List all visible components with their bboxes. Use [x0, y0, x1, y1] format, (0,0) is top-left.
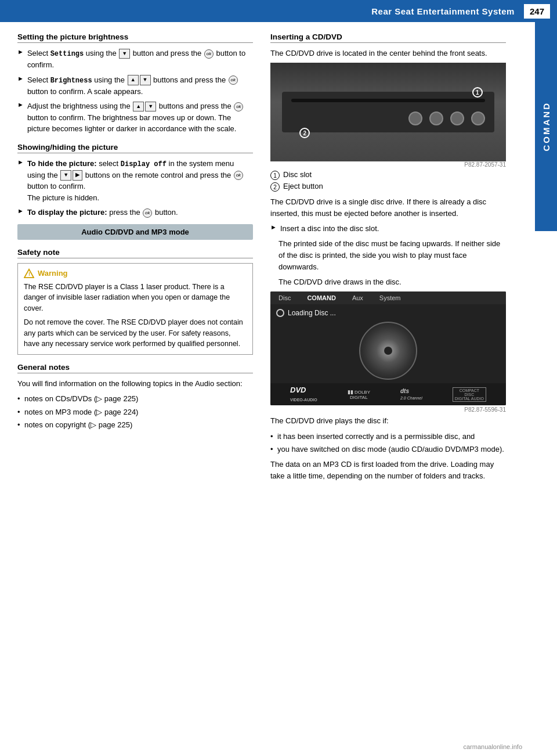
page-header: Rear Seat Entertainment System 247	[0, 0, 557, 22]
brightness-item-2: ► Select Brightness using the ▲▼ buttons…	[17, 74, 253, 98]
warning-para-1: The RSE CD/DVD player is a Class 1 laser…	[24, 282, 247, 314]
brightness-mono: Brightness	[50, 77, 92, 85]
sidebar-label: COMAND	[535, 22, 557, 231]
right-btn: ▶	[73, 170, 82, 181]
insert-disc-item: ► Insert a disc into the disc slot.	[270, 223, 506, 235]
disc-center-hole	[384, 347, 392, 355]
dts-logo: dts2.0 Channel	[400, 388, 422, 401]
up-arrow-btn: ▲	[128, 75, 139, 85]
general-intro: You will find information on the followi…	[17, 378, 253, 390]
footer: carmanualonline.info	[463, 743, 522, 750]
footer-url: carmanualonline.info	[463, 743, 522, 750]
up-btn: ▲	[133, 102, 144, 112]
bullet-3: notes on copyright (▷ page 225)	[17, 419, 253, 431]
hide-picture-item: ► To hide the picture: select Display of…	[17, 158, 253, 204]
section-general-heading: General notes	[17, 363, 253, 373]
settings-mono: Settings	[50, 50, 84, 58]
right-column: Inserting a CD/DVD The CD/DVD drive is l…	[270, 33, 506, 485]
brightness-item-3: ► Adjust the brightness using the ▲▼ but…	[17, 100, 253, 135]
svg-text:!: !	[28, 271, 30, 277]
mp3-load-para: The data on an MP3 CD is first loaded fr…	[270, 459, 506, 482]
eject-button-label: Eject button	[283, 182, 323, 190]
general-bullets: notes on CDs/DVDs (▷ page 225) notes on …	[17, 393, 253, 431]
arrow-icon-5: ►	[17, 207, 24, 214]
disc-menu-comand[interactable]: COMAND	[299, 293, 344, 303]
disc-visual	[359, 322, 417, 380]
loading-disc-ui: Disc COMAND Aux System Loading Disc ... …	[270, 291, 506, 405]
plays-bullet-2: you have switched on disc mode (audio CD…	[270, 444, 506, 455]
arrow-icon-4: ►	[17, 159, 24, 165]
warning-para-2: Do not remove the cover. The RSE CD/DVD …	[24, 317, 247, 350]
disc-menu-disc[interactable]: Disc	[270, 293, 299, 303]
loading-text-row: Loading Disc ...	[276, 309, 336, 317]
warning-triangle-icon: !	[24, 268, 34, 279]
ok-btn-2: ok	[229, 75, 238, 85]
loading-disc-image-ref: P82.87-5596-31	[270, 406, 506, 413]
section-inserting-heading: Inserting a CD/DVD	[270, 33, 506, 43]
bullet-1: notes on CDs/DVDs (▷ page 225)	[17, 393, 253, 405]
plays-bullet-1: it has been inserted correctly and is a …	[270, 431, 506, 442]
dolby-logo: ▮▮ DOLBYDIGITAL	[348, 389, 370, 400]
drive-draws-para: The CD/DVD drive draws in the disc.	[270, 276, 506, 288]
section-showhide-heading: Showing/hiding the picture	[17, 143, 253, 153]
section-brightness-heading: Setting the picture brightness	[17, 33, 253, 43]
arrow-icon-right: ►	[270, 224, 277, 231]
callout-2: 2	[299, 128, 310, 138]
left-column: Setting the picture brightness ► Select …	[17, 33, 253, 485]
num-1: 1	[270, 171, 280, 180]
cd-drive-image: 1 2	[270, 63, 506, 161]
callout-item-1: 1 Disc slot	[270, 170, 506, 180]
arrow-icon-2: ►	[17, 75, 24, 82]
display-label: To display the picture:	[27, 208, 107, 217]
ok-btn-3: ok	[234, 102, 243, 111]
disc-content-area: Loading Disc ...	[270, 304, 506, 383]
brightness-item-1: ► Select Settings using the ▼ button and…	[17, 48, 253, 71]
page-number: 247	[524, 4, 550, 19]
ok-btn-5: ok	[143, 208, 152, 218]
disc-menu-system[interactable]: System	[371, 293, 409, 303]
cd-drive-image-ref: P82.87-2057-31	[270, 161, 506, 168]
insert-disc-text: Insert a disc into the disc slot.	[280, 223, 506, 235]
header-title: Rear Seat Entertainment System	[22, 6, 524, 16]
arrow-icon-1: ►	[17, 48, 24, 55]
disc-menu-bar: Disc COMAND Aux System	[270, 291, 506, 304]
down-arrow-btn: ▼	[119, 49, 130, 59]
hide-label: To hide the picture:	[27, 159, 97, 168]
plays-if-para: The CD/DVD drive plays the disc if:	[270, 415, 506, 427]
down-btn: ▼	[145, 102, 156, 112]
ok-btn-1: ok	[204, 49, 214, 59]
compact-disc-logo: COMPACTDISCDIGITAL AUDIO	[453, 387, 486, 402]
bullet-2: notes on MP3 mode (▷ page 224)	[17, 406, 253, 418]
warning-title: ! Warning	[24, 268, 247, 279]
single-disc-para: The CD/DVD drive is a single disc drive.…	[270, 196, 506, 219]
num-2: 2	[270, 182, 280, 192]
down-btn-2: ▼	[60, 170, 71, 181]
disc-menu-aux[interactable]: Aux	[344, 293, 371, 303]
inserting-intro: The CD/DVD drive is located in the cente…	[270, 48, 506, 59]
section-safety-heading: Safety note	[17, 248, 253, 258]
dvd-logo: DVDVIDEO-AUDIO	[290, 386, 317, 403]
down-arrow-btn-2: ▼	[140, 75, 151, 85]
display-picture-item: ► To display the picture: press the ok b…	[17, 207, 253, 218]
audio-box: Audio CD/DVD and MP3 mode	[17, 224, 253, 240]
arrow-icon-3: ►	[17, 101, 24, 108]
callout-item-2: 2 Eject button	[270, 182, 506, 192]
warning-box: ! Warning The RSE CD/DVD player is a Cla…	[17, 263, 253, 355]
disc-slot-label: Disc slot	[283, 170, 312, 179]
logos-row: DVDVIDEO-AUDIO ▮▮ DOLBYDIGITAL dts2.0 Ch…	[270, 383, 506, 405]
display-off-mono: Display off	[121, 160, 167, 168]
plays-bullets: it has been inserted correctly and is a …	[270, 431, 506, 455]
printed-side-para: The printed side of the disc must be fac…	[270, 238, 506, 273]
loading-disc-text: Loading Disc ...	[288, 309, 336, 317]
main-content: Setting the picture brightness ► Select …	[0, 22, 535, 496]
callout-1: 1	[472, 87, 483, 98]
clock-icon	[276, 309, 284, 317]
ok-btn-4: ok	[234, 171, 243, 180]
